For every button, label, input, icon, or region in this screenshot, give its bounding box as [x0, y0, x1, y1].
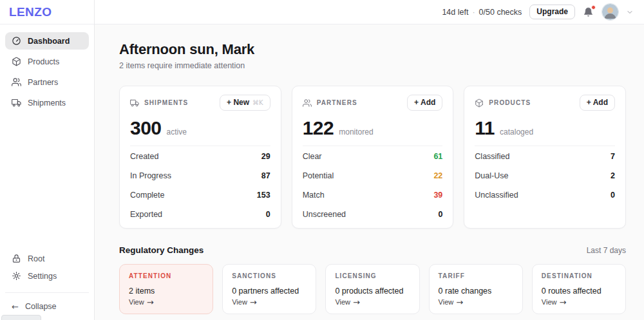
avatar-image	[602, 4, 618, 20]
time-range-label: Last 7 days	[587, 246, 626, 255]
reg-card-text: 2 items	[129, 287, 204, 296]
stat-row: Classified 7	[475, 147, 615, 166]
shipments-card: SHIPMENTS + New ⌘K 300 active Created 29	[119, 86, 281, 229]
row-label: Exported	[130, 210, 162, 219]
regulatory-changes-section: Regulatory Changes Last 7 days ATTENTION…	[119, 245, 626, 314]
reg-card-text: 0 partners affected	[232, 287, 307, 296]
sidebar-item-label: Settings	[28, 272, 57, 281]
arrow-right-icon: →	[250, 298, 257, 306]
sidebar-item-label: Partners	[28, 78, 58, 87]
sidebar-item-shipments[interactable]: Shipments	[5, 94, 89, 111]
stat-summary: 300 active	[130, 117, 270, 139]
arrow-right-icon: →	[147, 298, 154, 306]
reg-card-title: SANCTIONS	[232, 272, 307, 279]
arrow-right-icon: →	[353, 298, 360, 306]
plan-status: 14d left · 0/50 checks	[442, 8, 522, 17]
add-product-button[interactable]: + Add	[580, 95, 615, 111]
sidebar-item-products[interactable]: Products	[5, 53, 89, 70]
attention-card: ATTENTION 2 items View →	[119, 264, 213, 314]
main-content: Afternoon sun, Mark 2 items require imme…	[95, 24, 644, 320]
row-value: 61	[433, 152, 442, 161]
reg-card-text: 0 routes affected	[542, 287, 616, 296]
user-avatar[interactable]	[602, 4, 618, 20]
brand-logo[interactable]: LENZO	[9, 5, 52, 19]
card-header: PARTNERS + Add	[303, 95, 443, 111]
add-partner-button[interactable]: + Add	[407, 95, 442, 111]
row-value: 0	[266, 210, 270, 219]
reg-card-title: ATTENTION	[129, 272, 204, 279]
stat-unit: active	[167, 127, 187, 136]
sidebar-item-settings[interactable]: Settings	[5, 267, 89, 285]
stat-row: In Progress 87	[130, 166, 270, 185]
gear-icon	[12, 271, 21, 281]
page-title: Afternoon sun, Mark	[119, 41, 626, 58]
row-value: 2	[611, 171, 615, 180]
notification-dot	[591, 5, 596, 10]
stat-summary: 11 cataloged	[475, 117, 615, 139]
row-label: Clear	[303, 152, 322, 161]
stat-value: 122	[303, 117, 334, 139]
sidebar: LENZO Dashboard Products	[0, 0, 95, 320]
notifications-button[interactable]	[583, 6, 594, 18]
button-label: + Add	[587, 98, 608, 107]
card-title: SHIPMENTS	[144, 99, 188, 106]
sidebar-nav: Dashboard Products Partners	[0, 24, 94, 111]
row-value: 0	[611, 191, 615, 200]
sidebar-item-partners[interactable]: Partners	[5, 73, 89, 91]
sidebar-item-label: Root	[28, 254, 44, 263]
section-title: Regulatory Changes	[119, 245, 204, 255]
stat-row: Complete 153	[130, 185, 270, 205]
stat-row: Exported 0	[130, 205, 270, 224]
arrow-left-icon: ←	[12, 303, 19, 311]
view-licensing-link[interactable]: View →	[335, 298, 360, 306]
partners-card: PARTNERS + Add 122 monitored Clear 61	[292, 86, 454, 229]
view-sanctions-link[interactable]: View →	[232, 298, 257, 306]
stat-unit: monitored	[339, 127, 373, 136]
row-value: 87	[261, 171, 270, 180]
licensing-card: LICENSING 0 products affected View →	[325, 264, 419, 314]
upgrade-button[interactable]: Upgrade	[529, 5, 575, 19]
stat-row: Dual-Use 2	[475, 166, 615, 185]
sidebar-bottom: Root Settings ← Collapse	[0, 250, 94, 320]
chevron-down-icon[interactable]	[626, 8, 634, 16]
row-value: 0	[438, 210, 442, 219]
arrow-right-icon: →	[559, 298, 566, 306]
view-label: View	[439, 298, 454, 306]
lock-icon	[12, 254, 21, 263]
keyboard-shortcut-hint: ⌘K	[252, 99, 263, 106]
regulatory-card-grid: ATTENTION 2 items View → SANCTIONS 0 par…	[119, 264, 626, 314]
view-label: View	[232, 298, 247, 306]
card-title: PRODUCTS	[489, 99, 531, 106]
row-label: Match	[303, 191, 325, 200]
stat-row: Created 29	[130, 147, 270, 166]
collapse-section: ← Collapse	[5, 292, 89, 316]
destination-card: DESTINATION 0 routes affected View →	[532, 264, 626, 314]
new-shipment-button[interactable]: + New ⌘K	[220, 95, 270, 111]
topbar: 14d left · 0/50 checks Upgrade	[95, 0, 644, 24]
users-icon	[12, 77, 21, 87]
package-icon	[475, 99, 484, 108]
sidebar-item-label: Products	[28, 57, 59, 66]
stat-value: 11	[475, 117, 495, 139]
row-label: In Progress	[130, 171, 171, 180]
tariff-card: TARIFF 0 rate changes View →	[429, 264, 523, 314]
section-header: Regulatory Changes Last 7 days	[119, 245, 626, 255]
stat-row: Clear 61	[303, 147, 443, 166]
stat-unit: cataloged	[500, 127, 533, 136]
sidebar-item-label: Shipments	[28, 99, 66, 108]
row-value: 22	[433, 171, 442, 180]
reg-card-text: 0 rate changes	[439, 287, 513, 296]
view-attention-link[interactable]: View →	[129, 298, 154, 306]
bottom-left-partial-element	[1, 315, 41, 320]
view-destination-link[interactable]: View →	[542, 298, 567, 306]
sidebar-item-root[interactable]: Root	[5, 250, 89, 267]
divider	[130, 146, 270, 146]
row-label: Potential	[303, 171, 334, 180]
collapse-button[interactable]: ← Collapse	[5, 298, 89, 315]
sidebar-item-dashboard[interactable]: Dashboard	[5, 32, 89, 50]
right-column: 14d left · 0/50 checks Upgrade	[95, 0, 644, 320]
reg-card-title: DESTINATION	[542, 272, 616, 279]
arrow-right-icon: →	[456, 298, 463, 306]
divider	[475, 146, 615, 146]
view-tariff-link[interactable]: View →	[439, 298, 464, 306]
